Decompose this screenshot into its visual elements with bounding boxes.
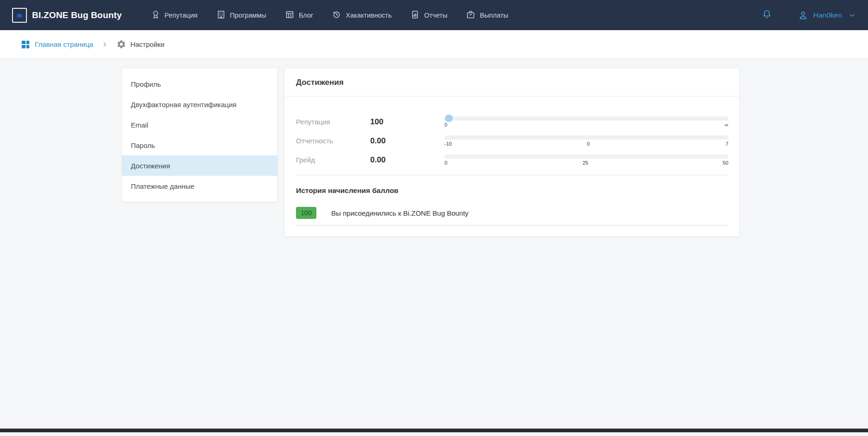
nav-item-label: Выплаты — [480, 12, 508, 19]
history-title: История начисления баллов — [296, 186, 728, 195]
nav-item-label: Репутация — [165, 12, 198, 19]
nav-item-payouts[interactable]: Выплаты — [466, 10, 508, 21]
history-entry: 100 Вы присоединились к Bi.ZONE Bug Boun… — [296, 207, 728, 225]
metric-value: 0.00 — [370, 136, 444, 146]
scale-mid: 0 — [586, 141, 590, 147]
brand-title[interactable]: BI.ZONE Bug Bounty — [32, 10, 122, 20]
breadcrumb-home-link[interactable]: Главная страница — [20, 39, 93, 50]
user-icon — [797, 10, 809, 21]
scale-min: -10 — [444, 141, 452, 147]
slider-track — [444, 135, 728, 140]
page-content: Профиль Двухфакторная аутентификация Ema… — [0, 59, 868, 432]
sidebar-item-profile[interactable]: Профиль — [122, 74, 277, 94]
sidebar-item-label: Email — [131, 121, 148, 129]
nav-item-programs[interactable]: Программы — [216, 10, 266, 21]
history-icon — [332, 10, 341, 21]
nav-item-label: Хакактивность — [346, 12, 392, 19]
dashboard-icon — [20, 39, 31, 50]
breadcrumb-current-label: Настройки — [130, 40, 165, 48]
achievements-panel: Достижения Репутация 100 0 ∞ Отчетн — [284, 68, 739, 237]
medal-icon — [151, 10, 161, 21]
panel-title: Достижения — [284, 68, 739, 96]
bug-logo-icon[interactable] — [12, 8, 27, 23]
metric-value: 0.00 — [370, 155, 444, 165]
sidebar-item-achievements[interactable]: Достижения — [122, 155, 277, 176]
gear-icon — [116, 39, 126, 49]
sidebar-item-label: Достижения — [131, 162, 170, 170]
sidebar-item-2fa[interactable]: Двухфакторная аутентификация — [122, 94, 277, 115]
nav-item-hacktivity[interactable]: Хакактивность — [332, 10, 392, 21]
breadcrumb-home-label: Главная страница — [35, 40, 93, 48]
settings-sidebar: Профиль Двухфакторная аутентификация Ema… — [122, 68, 277, 202]
briefcase-icon — [466, 10, 476, 21]
scale-mid: 25 — [583, 160, 588, 166]
metric-row-grade: Грейд 0.00 0 25 50 — [296, 150, 728, 169]
sidebar-item-payment-data[interactable]: Платежные данные — [122, 176, 277, 196]
reputation-slider: 0 ∞ — [444, 116, 728, 128]
nav-item-label: Программы — [230, 12, 266, 19]
scale-min: 0 — [444, 122, 448, 128]
metric-row-reporting: Отчетность 0.00 -10 0 7 — [296, 131, 728, 150]
notifications-button[interactable] — [761, 9, 772, 22]
sidebar-item-label: Платежные данные — [131, 182, 194, 190]
slider-knob — [445, 115, 453, 122]
slider-scale: 0 25 50 — [444, 160, 728, 166]
scale-max: 50 — [723, 160, 728, 166]
report-icon — [410, 10, 420, 21]
user-menu[interactable]: Han0ken — [797, 10, 856, 21]
breadcrumb: Главная страница Настройки — [0, 30, 868, 59]
sidebar-item-email[interactable]: Email — [122, 115, 277, 135]
grade-slider: 0 25 50 — [444, 154, 728, 166]
slider-scale: -10 0 7 — [444, 141, 728, 147]
scale-max: 7 — [725, 141, 728, 147]
sidebar-item-label: Пароль — [131, 141, 155, 149]
nav-item-reputation[interactable]: Репутация — [151, 10, 198, 21]
metric-value: 100 — [370, 117, 444, 127]
sidebar-item-label: Профиль — [131, 80, 161, 88]
slider-track — [444, 116, 728, 121]
points-badge: 100 — [296, 207, 316, 219]
metric-label: Отчетность — [296, 137, 370, 145]
metric-row-reputation: Репутация 100 0 ∞ — [296, 112, 728, 131]
scale-max: ∞ — [725, 122, 728, 128]
nav-item-blog[interactable]: Блог — [285, 10, 313, 21]
nav-item-label: Блог — [299, 12, 313, 19]
sidebar-item-label: Двухфакторная аутентификация — [131, 101, 237, 109]
scale-min: 0 — [444, 160, 448, 166]
slider-scale: 0 ∞ — [444, 122, 728, 128]
history-entry-text: Вы присоединились к Bi.ZONE Bug Bounty — [331, 209, 469, 217]
nav-item-label: Отчеты — [424, 12, 447, 19]
metric-label: Грейд — [296, 156, 370, 164]
breadcrumb-current: Настройки — [116, 39, 165, 49]
bell-icon — [761, 9, 772, 22]
top-navbar: BI.ZONE Bug Bounty Репутация Программы Б… — [0, 0, 868, 30]
scale-mid — [585, 122, 588, 128]
chevron-right-icon — [102, 41, 108, 48]
footer-strip — [0, 429, 868, 432]
slider-track — [444, 154, 728, 159]
nav-item-reports[interactable]: Отчеты — [410, 10, 447, 21]
sidebar-item-password[interactable]: Пароль — [122, 135, 277, 155]
newspaper-icon — [285, 10, 295, 21]
reporting-slider: -10 0 7 — [444, 135, 728, 147]
chevron-down-icon — [849, 12, 856, 19]
username-label: Han0ken — [813, 11, 842, 19]
metric-label: Репутация — [296, 118, 370, 126]
section-divider — [296, 175, 728, 175]
metrics-block: Репутация 100 0 ∞ Отчетность 0.00 — [284, 96, 739, 169]
building-icon — [216, 10, 226, 21]
